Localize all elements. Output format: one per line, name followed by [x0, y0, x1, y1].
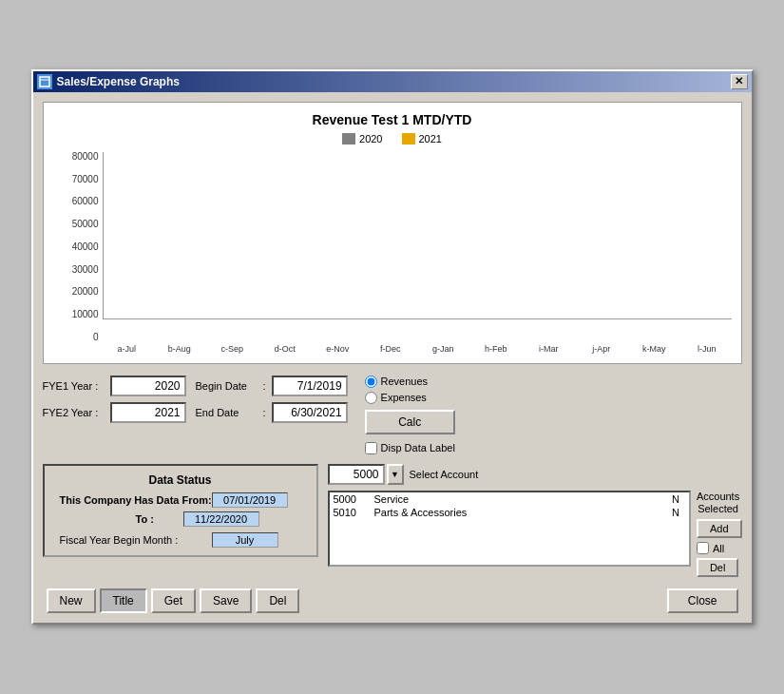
radio-group: Revenues Expenses	[365, 376, 455, 404]
title-bar: Sales/Expense Graphs ✕	[33, 71, 752, 92]
x-axis-label: h-Feb	[471, 344, 521, 354]
end-date-row: End Date :	[196, 402, 348, 423]
y-axis-label: 30000	[53, 265, 99, 275]
del-button[interactable]: Del	[256, 588, 299, 613]
ds-from-row: This Company Has Data From: 07/01/2019	[60, 492, 301, 508]
x-axis-label: b-Aug	[155, 344, 204, 354]
account-number-input[interactable]	[328, 464, 385, 485]
to-label: To :	[136, 513, 183, 525]
disp-data-row: Disp Data Label	[365, 442, 455, 454]
legend-swatch-2021	[402, 133, 415, 145]
expense-radio-row: Expenses	[365, 392, 455, 404]
x-axis-label: g-Jan	[419, 344, 468, 354]
chart-container: Revenue Test 1 MTD/YTD 2020 2021 0100002…	[43, 102, 742, 364]
data-status-panel: Data Status This Company Has Data From: …	[43, 464, 318, 557]
fye2-row: FYE2 Year :	[43, 402, 186, 423]
begin-date-label: Begin Date	[196, 380, 258, 392]
legend-item-2020: 2020	[342, 133, 382, 145]
acct-num: 5010	[334, 507, 367, 518]
calc-button[interactable]: Calc	[365, 410, 455, 434]
fybm-value: July	[212, 532, 278, 548]
new-button[interactable]: New	[47, 588, 96, 613]
x-axis-label: c-Sep	[208, 344, 258, 354]
acct-num: 5000	[334, 493, 367, 505]
y-axis-label: 20000	[53, 287, 99, 297]
disp-data-label: Disp Data Label	[381, 442, 455, 453]
x-axis-label: i-Mar	[525, 344, 574, 354]
del-account-button[interactable]: Del	[697, 558, 739, 577]
bars-group	[104, 152, 732, 318]
expenses-radio[interactable]	[365, 392, 377, 404]
all-row: All	[697, 542, 724, 554]
get-button[interactable]: Get	[151, 588, 196, 613]
button-row: New Title Get Save Del Close	[43, 588, 742, 613]
all-checkbox[interactable]	[697, 542, 709, 554]
fybm-row: Fiscal Year Begin Month : July	[60, 532, 301, 548]
main-window: Sales/Expense Graphs ✕ Revenue Test 1 MT…	[31, 69, 754, 625]
acct-name: Parts & Accessories	[374, 507, 664, 518]
y-axis-labels: 0100002000030000400005000060000700008000…	[53, 152, 99, 342]
chart-title: Revenue Test 1 MTD/YTD	[53, 112, 732, 127]
y-axis-label: 10000	[53, 310, 99, 319]
data-status-title: Data Status	[60, 473, 301, 487]
legend-swatch-2020	[342, 133, 355, 145]
y-axis-label: 0	[53, 333, 99, 342]
legend-label-2021: 2021	[419, 133, 442, 145]
window-content: Revenue Test 1 MTD/YTD 2020 2021 0100002…	[33, 92, 752, 623]
svg-rect-0	[40, 77, 49, 87]
begin-date-row: Begin Date :	[196, 376, 348, 396]
bottom-section: Data Status This Company Has Data From: …	[43, 464, 742, 577]
close-main-button[interactable]: Close	[667, 588, 738, 613]
company-label: This Company Has Data From:	[60, 494, 212, 506]
fye2-label: FYE2 Year :	[43, 407, 105, 418]
account-dropdown-container: ▼	[328, 464, 404, 485]
chart-inner	[103, 152, 732, 319]
to-value: 11/22/2020	[183, 511, 259, 527]
fye1-label: FYE1 Year :	[43, 380, 105, 392]
acct-flag: N	[672, 493, 685, 505]
close-button-titlebar[interactable]: ✕	[731, 74, 748, 89]
account-list[interactable]: 5000ServiceN5010Parts & AccessoriesN	[328, 491, 691, 567]
revenues-label: Revenues	[381, 376, 429, 387]
fye1-input[interactable]	[110, 376, 186, 396]
select-account-label: Select Account	[410, 469, 479, 480]
right-panel: ▼ Select Account 5000ServiceN5010Parts &…	[328, 464, 742, 577]
chart-legend: 2020 2021	[53, 133, 732, 145]
fye1-row: FYE1 Year :	[43, 376, 186, 396]
expenses-label: Expenses	[381, 392, 427, 403]
ds-to-row: To : 11/22/2020	[60, 511, 301, 527]
colon1: :	[263, 380, 266, 392]
fybm-label: Fiscal Year Begin Month :	[60, 534, 212, 546]
add-button[interactable]: Add	[697, 519, 742, 538]
accounts-selected-label: AccountsSelected	[697, 491, 739, 515]
disp-data-checkbox[interactable]	[365, 442, 377, 454]
x-axis-label: a-Jul	[103, 344, 152, 354]
title-button[interactable]: Title	[100, 588, 147, 613]
form-right: Revenues Expenses Calc Disp Data Label	[365, 376, 455, 454]
fye2-input[interactable]	[110, 402, 186, 423]
end-date-input[interactable]	[272, 402, 348, 423]
add-del-col: AccountsSelected Add All Del	[697, 491, 742, 577]
end-date-label: End Date	[196, 407, 258, 418]
revenues-radio[interactable]	[365, 376, 377, 388]
form-section: FYE1 Year : FYE2 Year : Begin Date : End…	[43, 376, 742, 454]
account-list-item[interactable]: 5010Parts & AccessoriesN	[330, 506, 689, 519]
legend-item-2021: 2021	[402, 133, 442, 145]
form-middle: Begin Date : End Date :	[196, 376, 348, 423]
legend-label-2020: 2020	[359, 133, 382, 145]
chart-area: 0100002000030000400005000060000700008000…	[53, 152, 732, 342]
from-value: 07/01/2019	[212, 492, 288, 508]
save-button[interactable]: Save	[200, 588, 252, 613]
x-axis-label: e-Nov	[314, 344, 363, 354]
begin-date-input[interactable]	[272, 376, 348, 396]
dropdown-arrow-icon[interactable]: ▼	[387, 464, 404, 485]
account-selector-row: ▼ Select Account	[328, 464, 742, 485]
y-axis-label: 50000	[53, 220, 99, 229]
y-axis-label: 60000	[53, 197, 99, 206]
y-axis-label: 80000	[53, 152, 99, 162]
all-label: All	[713, 543, 724, 554]
account-list-item[interactable]: 5000ServiceN	[330, 492, 689, 506]
x-axis-labels: a-Julb-Augc-Sepd-Octe-Novf-Decg-Janh-Feb…	[53, 344, 732, 354]
x-axis-label: l-Jun	[682, 344, 732, 354]
x-axis-label: j-Apr	[577, 344, 626, 354]
